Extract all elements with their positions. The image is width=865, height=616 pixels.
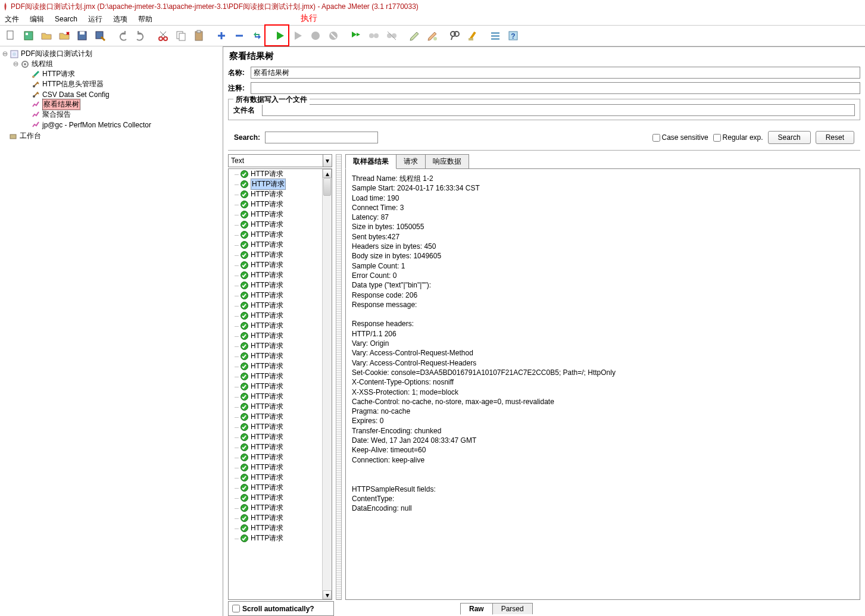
clear-all-icon[interactable]	[424, 27, 441, 44]
sample-row[interactable]: —HTTP请求	[229, 503, 322, 513]
sample-row[interactable]: —HTTP请求	[229, 422, 322, 432]
save-icon[interactable]	[74, 27, 90, 44]
sample-row[interactable]: —HTTP请求	[229, 311, 322, 321]
render-combo[interactable]: ▾	[228, 154, 332, 167]
sample-row[interactable]: —HTTP请求	[229, 321, 322, 331]
tree-testplan[interactable]: PDF阅读接口测试计划	[21, 49, 92, 59]
splitter[interactable]	[336, 154, 342, 600]
sample-row[interactable]: —HTTP请求	[229, 533, 322, 543]
chevron-down-icon[interactable]: ▾	[323, 155, 332, 167]
cut-icon[interactable]	[155, 27, 171, 44]
clear-icon[interactable]	[406, 27, 423, 44]
sample-row[interactable]: —HTTP请求	[229, 382, 322, 392]
scrollbar[interactable]: ▴▾	[322, 169, 332, 599]
sample-row[interactable]: —HTTP请求	[229, 392, 322, 402]
regex-checkbox[interactable]: Regular exp.	[713, 133, 763, 142]
sample-row[interactable]: —HTTP请求	[229, 169, 322, 179]
auto-scroll-checkbox[interactable]: Scroll automatically?	[228, 601, 334, 616]
close-icon[interactable]	[56, 27, 73, 44]
sample-row[interactable]: —HTTP请求	[229, 402, 322, 412]
redo-icon[interactable]	[132, 27, 149, 44]
help-icon[interactable]: ?	[505, 27, 522, 44]
templates-icon[interactable]	[20, 27, 37, 44]
tree-workbench[interactable]: 工作台	[20, 131, 41, 141]
search-icon[interactable]	[446, 27, 463, 44]
menu-run[interactable]: 运行	[88, 14, 102, 24]
sample-row[interactable]: —HTTP请求	[229, 493, 322, 503]
menu-file[interactable]: 文件	[5, 14, 19, 24]
toggle-icon[interactable]	[249, 27, 266, 44]
menu-edit[interactable]: 编辑	[30, 14, 44, 24]
open-icon[interactable]	[38, 27, 55, 44]
sample-row[interactable]: —HTTP请求	[229, 230, 322, 240]
tree-item-header[interactable]: HTTP信息头管理器	[42, 79, 104, 89]
search-button[interactable]: Search	[768, 131, 811, 144]
toggle-icon[interactable]	[2, 51, 8, 57]
tree-item-perfmon[interactable]: jp@gc - PerfMon Metrics Collector	[42, 121, 151, 129]
sample-row[interactable]: —HTTP请求	[229, 260, 322, 270]
sample-row[interactable]: —HTTP请求	[229, 280, 322, 290]
stop-icon[interactable]	[307, 27, 324, 44]
menu-options[interactable]: 选项	[113, 14, 127, 24]
expand-icon[interactable]	[213, 27, 230, 44]
reset-button[interactable]: Reset	[816, 131, 854, 144]
sample-row[interactable]: —HTTP请求	[229, 209, 322, 220]
name-input[interactable]	[251, 67, 860, 79]
run-notimer-icon[interactable]	[289, 27, 306, 44]
tree-item-csv[interactable]: CSV Data Set Config	[42, 90, 110, 99]
sample-row[interactable]: —HTTP请求	[229, 220, 322, 230]
menu-help[interactable]: 帮助	[138, 14, 152, 24]
tab-request[interactable]: 请求	[396, 154, 426, 168]
sample-row[interactable]: —HTTP请求	[229, 189, 322, 199]
undo-icon[interactable]	[114, 27, 131, 44]
save-as-icon[interactable]	[92, 27, 108, 44]
sample-row[interactable]: —HTTP请求	[229, 462, 322, 473]
tree-item-aggregate[interactable]: 聚合报告	[42, 110, 71, 120]
filename-input[interactable]	[262, 104, 855, 116]
detail-body[interactable]: Thread Name: 线程组 1-2Sample Start: 2024-0…	[345, 169, 860, 600]
sample-row[interactable]: —HTTP请求	[229, 473, 322, 483]
sample-row[interactable]: —HTTP请求	[229, 199, 322, 209]
tab-raw[interactable]: Raw	[460, 603, 493, 615]
run-icon[interactable]	[271, 27, 288, 44]
shutdown-icon[interactable]	[325, 27, 342, 44]
sample-row[interactable]: —HTTP请求	[229, 240, 322, 250]
tab-response[interactable]: 响应数据	[425, 154, 469, 168]
sample-row[interactable]: —HTTP请求	[229, 341, 322, 351]
remote-start-icon[interactable]	[348, 27, 364, 44]
sample-row[interactable]: —HTTP请求	[229, 351, 322, 361]
tree-pane[interactable]: PDF阅读接口测试计划 线程组 HTTP请求 HTTP信息头管理器 CSV Da…	[0, 46, 223, 616]
toggle-icon[interactable]	[13, 61, 18, 67]
copy-icon[interactable]	[173, 27, 189, 44]
tab-sampler-result[interactable]: 取样器结果	[345, 154, 396, 169]
function-icon[interactable]	[487, 27, 504, 44]
tree-item-results[interactable]: 察看结果树	[42, 99, 80, 110]
sample-row[interactable]: —HTTP请求	[229, 301, 322, 311]
tab-parsed[interactable]: Parsed	[492, 603, 533, 614]
sample-row[interactable]: —HTTP请求	[229, 179, 322, 189]
menu-search[interactable]: Search	[55, 15, 77, 23]
comment-input[interactable]	[251, 82, 860, 94]
sample-row[interactable]: —HTTP请求	[229, 361, 322, 371]
remote-shutdown-icon[interactable]	[383, 27, 400, 44]
sample-row[interactable]: —HTTP请求	[229, 412, 322, 422]
remote-stop-icon[interactable]	[366, 27, 382, 44]
sample-row[interactable]: —HTTP请求	[229, 290, 322, 301]
reset-search-icon[interactable]	[464, 27, 481, 44]
sample-row[interactable]: —HTTP请求	[229, 250, 322, 260]
paste-icon[interactable]	[191, 27, 207, 44]
new-icon[interactable]	[2, 27, 19, 44]
sample-row[interactable]: —HTTP请求	[229, 270, 322, 280]
sample-row[interactable]: —HTTP请求	[229, 523, 322, 533]
case-sensitive-checkbox[interactable]: Case sensitive	[652, 133, 708, 142]
sample-row[interactable]: —HTTP请求	[229, 371, 322, 382]
sample-row[interactable]: —HTTP请求	[229, 513, 322, 523]
sample-row[interactable]: —HTTP请求	[229, 432, 322, 442]
samples-list[interactable]: —HTTP请求—HTTP请求—HTTP请求—HTTP请求—HTTP请求—HTTP…	[229, 169, 322, 599]
collapse-icon[interactable]	[231, 27, 248, 44]
search-input[interactable]	[265, 132, 378, 143]
sample-row[interactable]: —HTTP请求	[229, 452, 322, 462]
sample-row[interactable]: —HTTP请求	[229, 442, 322, 452]
tree-item-http[interactable]: HTTP请求	[42, 69, 75, 79]
sample-row[interactable]: —HTTP请求	[229, 331, 322, 341]
